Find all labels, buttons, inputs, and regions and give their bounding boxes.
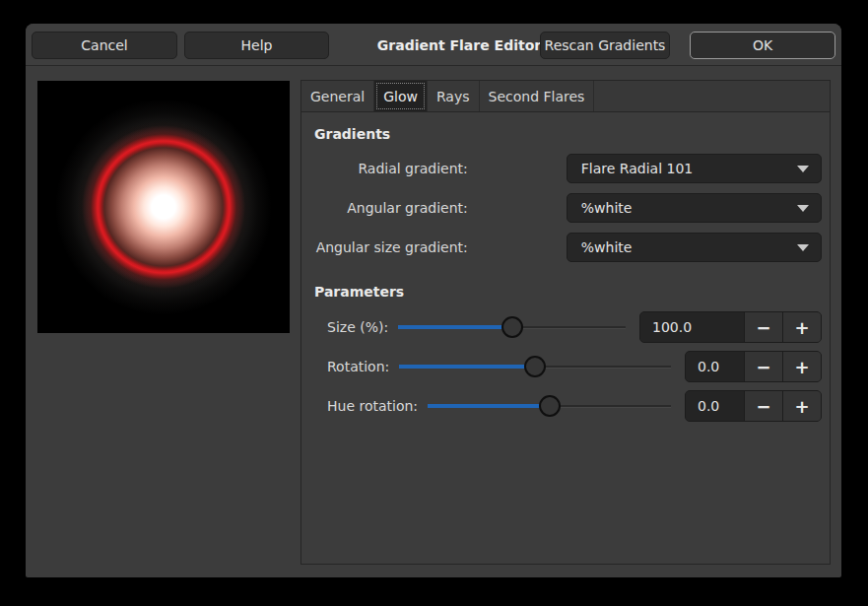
radial-gradient-dropdown[interactable]: Flare Radial 101 (567, 154, 822, 183)
rotation-row: Rotation: 0.0 − + (327, 351, 822, 382)
ok-button[interactable]: OK (690, 32, 835, 59)
slider-handle[interactable] (539, 395, 561, 417)
size-decrement-button[interactable]: − (744, 312, 782, 342)
rotation-spinbox: 0.0 − + (685, 351, 822, 382)
rotation-label: Rotation: (327, 359, 389, 374)
gradient-flare-editor-dialog: Cancel Help Gradient Flare Editor Rescan… (26, 24, 841, 577)
chevron-down-icon (797, 205, 809, 212)
cancel-button[interactable]: Cancel (32, 32, 177, 59)
angular-gradient-row: Angular gradient: %white (314, 193, 822, 223)
hue-rotation-label: Hue rotation: (327, 398, 418, 414)
tab-general[interactable]: General (301, 81, 374, 111)
hue-rotation-value-field[interactable]: 0.0 (686, 391, 744, 421)
hue-rotation-slider[interactable] (428, 394, 671, 418)
tab-second-flares[interactable]: Second Flares (480, 81, 595, 111)
slider-handle[interactable] (501, 316, 523, 338)
tab-strip: General Glow Rays Second Flares (301, 81, 830, 112)
header-bar: Cancel Help Gradient Flare Editor Rescan… (26, 24, 841, 66)
radial-gradient-row: Radial gradient: Flare Radial 101 (314, 154, 822, 183)
dialog-title: Gradient Flare Editor (361, 24, 558, 66)
gradients-heading: Gradients (314, 126, 822, 142)
radial-gradient-label: Radial gradient: (314, 161, 468, 176)
size-spinbox: 100.0 − + (639, 311, 822, 343)
slider-fill (428, 404, 549, 408)
size-value-field[interactable]: 100.0 (640, 312, 744, 342)
hue-rotation-increment-button[interactable]: + (782, 391, 821, 421)
angular-gradient-dropdown[interactable]: %white (567, 193, 822, 223)
parameters-heading: Parameters (314, 284, 822, 300)
angular-size-gradient-row: Angular size gradient: %white (314, 233, 822, 262)
tab-glow[interactable]: Glow (374, 81, 428, 111)
tab-rays[interactable]: Rays (428, 81, 480, 111)
slider-handle[interactable] (524, 356, 546, 377)
hue-rotation-decrement-button[interactable]: − (744, 391, 782, 421)
angular-size-gradient-label: Angular size gradient: (314, 239, 468, 255)
hue-rotation-row: Hue rotation: 0.0 − + (327, 390, 822, 422)
rotation-value-field[interactable]: 0.0 (686, 352, 744, 381)
radial-gradient-value: Flare Radial 101 (581, 161, 797, 176)
flare-preview-image (37, 81, 290, 333)
rotation-increment-button[interactable]: + (782, 352, 821, 381)
help-button[interactable]: Help (184, 32, 329, 59)
angular-size-gradient-dropdown[interactable]: %white (567, 233, 822, 262)
size-row: Size (%): 100.0 − + (327, 311, 822, 343)
rotation-decrement-button[interactable]: − (744, 352, 782, 381)
settings-notebook: General Glow Rays Second Flares Gradient… (300, 80, 831, 565)
angular-size-gradient-value: %white (581, 239, 797, 255)
size-label: Size (%): (327, 319, 388, 335)
hue-rotation-spinbox: 0.0 − + (685, 390, 822, 422)
rescan-gradients-button[interactable]: Rescan Gradients (540, 32, 670, 59)
angular-gradient-value: %white (581, 200, 797, 216)
rotation-slider[interactable] (399, 355, 671, 378)
slider-fill (399, 365, 535, 369)
glow-tab-page: Gradients Radial gradient: Flare Radial … (301, 112, 830, 422)
angular-gradient-label: Angular gradient: (314, 200, 468, 216)
size-increment-button[interactable]: + (782, 312, 821, 342)
size-slider[interactable] (398, 315, 626, 339)
slider-fill (398, 325, 511, 329)
chevron-down-icon (797, 244, 809, 251)
chevron-down-icon (797, 166, 809, 172)
